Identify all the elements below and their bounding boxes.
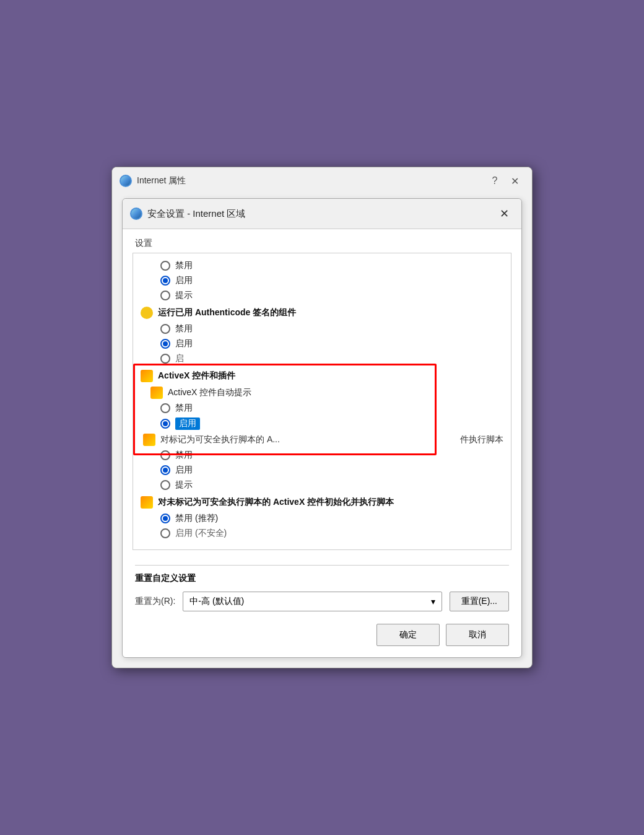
group-label: 运行已用 Authenticode 签名的组件 [158, 307, 296, 318]
list-item: 禁用 [133, 448, 511, 463]
ie-globe-icon [120, 175, 132, 187]
radio-enabled-3[interactable] [160, 465, 170, 475]
radio-label: 启用 [175, 338, 193, 349]
radio-prompt-1[interactable] [160, 291, 170, 300]
action-buttons: 确定 取消 [123, 618, 521, 657]
inner-title-bar: 安全设置 - Internet 区域 ✕ [123, 199, 521, 229]
outer-title-bar: Internet 属性 ? ✕ [112, 167, 532, 193]
inner-globe-icon [130, 208, 142, 220]
list-item: 禁用 [133, 401, 511, 416]
reset-label: 重置为(R): [135, 596, 175, 607]
radio-label: 禁用 [175, 450, 193, 461]
radio-disabled-3[interactable] [160, 450, 170, 460]
group-header-unsafe-activex: 对未标记为可安全执行脚本的 ActiveX 控件初始化并执行脚本 [133, 492, 511, 511]
radio-disabled-ax[interactable] [160, 403, 170, 413]
radio-label: 禁用 [175, 323, 193, 334]
outer-help-button[interactable]: ? [487, 173, 502, 188]
radio-label: 禁用 [175, 260, 193, 271]
radio-disabled-recommend[interactable] [160, 514, 170, 523]
ok-button[interactable]: 确定 [376, 624, 440, 646]
reset-section-title: 重置自定义设置 [135, 565, 509, 584]
settings-list-container[interactable]: 禁用 启用 提示 运行已用 Authenticode 签名的组件 [133, 253, 511, 550]
inner-close-button[interactable]: ✕ [495, 205, 513, 222]
radio-unsafe[interactable] [160, 528, 170, 538]
radio-label: 启用 [175, 275, 193, 286]
list-item: 对标记为可安全执行脚本的 A... 件执行脚本 [133, 432, 511, 448]
activex-icon-3 [143, 434, 155, 446]
gear-icon [141, 307, 153, 319]
reset-dropdown[interactable]: 中-高 (默认值) ▾ [183, 592, 442, 611]
group-label: 对未标记为可安全执行脚本的 ActiveX 控件初始化并执行脚本 [158, 497, 394, 508]
settings-list: 禁用 启用 提示 运行已用 Authenticode 签名的组件 [133, 253, 511, 546]
outer-dialog: Internet 属性 ? ✕ 安全设置 - Internet 区域 ✕ 设置 … [111, 167, 533, 668]
list-item: 禁用 [133, 258, 511, 273]
radio-label: 禁用 [175, 403, 193, 414]
radio-label: 启用 (不安全) [175, 528, 227, 539]
list-item: 启用 [133, 416, 511, 432]
radio-label: 禁用 (推荐) [175, 513, 218, 524]
list-item: 提示 [133, 288, 511, 303]
group-header-activex: ActiveX 控件和插件 [133, 366, 511, 385]
reset-button[interactable]: 重置(E)... [450, 592, 509, 611]
radio-disabled-2[interactable] [160, 324, 170, 334]
activex-icon-1 [141, 370, 153, 382]
list-item: 禁用 (推荐) [133, 511, 511, 526]
partial-header-suffix: 件执行脚本 [460, 434, 503, 445]
reset-section: 重置自定义设置 重置为(R): 中-高 (默认值) ▾ 重置(E)... [123, 556, 521, 618]
radio-label: 启 [175, 353, 184, 364]
list-item: 启用 [133, 463, 511, 478]
activex-icon-4 [141, 496, 153, 509]
reset-dropdown-value: 中-高 (默认值) [189, 596, 244, 607]
settings-section-label: 设置 [123, 229, 521, 253]
list-item: 启用 (不安全) [133, 526, 511, 541]
radio-partial-1[interactable] [160, 354, 170, 364]
list-item: 启用 [133, 336, 511, 351]
radio-label: 提示 [175, 290, 193, 301]
outer-title-left: Internet 属性 [120, 175, 186, 187]
list-item: 禁用 [133, 321, 511, 336]
inner-dialog: 安全设置 - Internet 区域 ✕ 设置 禁用 启用 [122, 198, 522, 658]
list-item: 启 [133, 351, 511, 366]
radio-label: 提示 [175, 479, 193, 491]
chevron-down-icon: ▾ [431, 597, 435, 606]
group-header-authenticode: 运行已用 Authenticode 签名的组件 [133, 303, 511, 321]
radio-prompt-3[interactable] [160, 480, 170, 490]
reset-row: 重置为(R): 中-高 (默认值) ▾ 重置(E)... [135, 592, 509, 611]
radio-label-highlighted: 启用 [175, 418, 200, 430]
outer-dialog-title: Internet 属性 [137, 175, 186, 186]
outer-title-icons: ? ✕ [487, 173, 522, 188]
sub-group-label: ActiveX 控件自动提示 [168, 387, 251, 398]
radio-enabled-2[interactable] [160, 339, 170, 349]
radio-enabled-ax[interactable] [160, 419, 170, 429]
list-item: 启用 [133, 273, 511, 288]
radio-disabled-1[interactable] [160, 261, 170, 271]
radio-label: 启用 [175, 465, 193, 476]
partial-header-text: 对标记为可安全执行脚本的 A... [160, 434, 453, 445]
group-label: ActiveX 控件和插件 [158, 370, 235, 382]
list-item: 提示 [133, 478, 511, 492]
outer-close-button[interactable]: ✕ [507, 173, 522, 188]
inner-dialog-title: 安全设置 - Internet 区域 [147, 208, 245, 220]
radio-enabled-1[interactable] [160, 276, 170, 286]
cancel-button[interactable]: 取消 [446, 624, 509, 646]
activex-icon-2 [150, 387, 163, 399]
list-item: ActiveX 控件自动提示 [133, 385, 511, 401]
inner-title-left: 安全设置 - Internet 区域 [130, 208, 245, 220]
